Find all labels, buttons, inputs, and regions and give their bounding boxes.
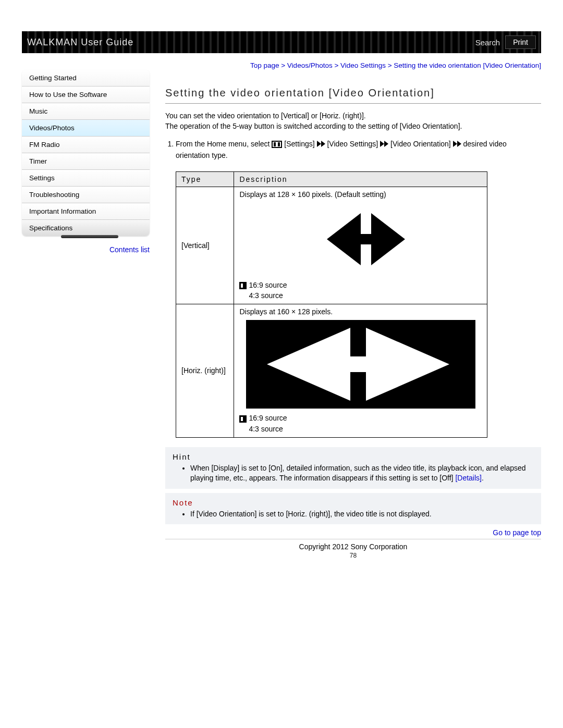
source-16-9: 16:9 source (239, 413, 482, 423)
horiz-sample-image (239, 320, 482, 409)
ratio-icon (239, 415, 247, 423)
hint-title: Hint (173, 452, 534, 461)
main-content: Top page > Videos/Photos > Video Setting… (150, 58, 541, 559)
source-label: 4:3 source (249, 291, 283, 300)
vertical-sample-image (239, 203, 482, 276)
desc-cell-horiz: Displays at 160 × 128 pixels. 16:9 sourc… (234, 304, 487, 437)
sidebar: Getting Started How to Use the Software … (22, 58, 150, 559)
rewind-icon-sample-vertical (316, 203, 405, 276)
breadcrumb-sep: > (386, 61, 394, 69)
arrow-icon (453, 139, 461, 150)
source-label: 4:3 source (249, 425, 283, 433)
ratio-icon (239, 282, 247, 289)
step-settings-label: [Settings] (284, 140, 316, 148)
col-type: Type (176, 171, 234, 187)
source-16-9: 16:9 source (239, 280, 482, 290)
breadcrumb[interactable]: Top page > Videos/Photos > Video Setting… (165, 58, 541, 75)
step-text-pre: From the Home menu, select (176, 140, 272, 148)
source-label: 16:9 source (249, 281, 287, 289)
sidebar-item-getting-started[interactable]: Getting Started (22, 70, 150, 87)
arrow-icon (380, 139, 388, 150)
breadcrumb-part[interactable]: Video Settings (340, 61, 386, 69)
breadcrumb-sep: > (333, 61, 340, 69)
type-cell-vertical: [Vertical] (176, 187, 234, 304)
svg-marker-0 (327, 213, 405, 265)
page-title: Setting the video orientation [Video Ori… (165, 87, 541, 99)
sidebar-item-troubleshooting[interactable]: Troubleshooting (22, 187, 150, 203)
sidebar-item-fm-radio[interactable]: FM Radio (22, 137, 150, 153)
hint-item: When [Display] is set to [On], detailed … (190, 463, 534, 484)
go-to-page-top-link[interactable]: Go to page top (165, 528, 541, 537)
page-number: 78 (165, 552, 541, 559)
note-title: Note (173, 498, 534, 507)
orientation-table: Type Description [Vertical] Displays at … (176, 171, 487, 438)
sidebar-list: Getting Started How to Use the Software … (22, 70, 150, 236)
hint-callout: Hint When [Display] is set to [On], deta… (165, 447, 541, 489)
note-item: If [Video Orientation] is set to [Horiz.… (190, 509, 534, 520)
intro-line-2: The operation of the 5-way button is swi… (165, 122, 462, 130)
desc-top: Displays at 160 × 128 pixels. (239, 307, 482, 316)
sidebar-scroll-indicator (61, 235, 118, 238)
step-list: From the Home menu, select [Settings] [V… (165, 139, 541, 161)
contents-list-link[interactable]: Contents list (22, 245, 150, 254)
copyright-text: Copyright 2012 Sony Corporation (165, 542, 541, 551)
source-4-3: 4:3 source (239, 424, 482, 434)
sidebar-item-videos-photos[interactable]: Videos/Photos (22, 120, 150, 137)
source-4-3: 4:3 source (239, 290, 482, 301)
desc-cell-vertical: Displays at 128 × 160 pixels. (Default s… (234, 187, 487, 304)
source-lines: 16:9 source 4:3 source (239, 280, 482, 301)
breadcrumb-sep: > (279, 61, 287, 69)
step-1: From the Home menu, select [Settings] [V… (176, 139, 541, 161)
source-label: 16:9 source (249, 414, 287, 422)
hint-text-post: . (482, 474, 484, 482)
sidebar-item-timer[interactable]: Timer (22, 153, 150, 170)
desc-top: Displays at 128 × 160 pixels. (Default s… (239, 190, 482, 199)
type-cell-horiz: [Horiz. (right)] (176, 304, 234, 437)
breadcrumb-part[interactable]: Top page (250, 61, 279, 69)
footer-divider (165, 539, 541, 539)
title-divider (165, 103, 541, 104)
print-button[interactable]: Print (505, 35, 536, 49)
intro-line-1: You can set the video orientation to [Ve… (165, 112, 366, 120)
sidebar-item-how-to-use-software[interactable]: How to Use the Software (22, 87, 150, 103)
app-header: WALKMAN User Guide Search Print (22, 31, 541, 53)
sidebar-item-settings[interactable]: Settings (22, 170, 150, 187)
intro-paragraph: You can set the video orientation to [Ve… (165, 111, 541, 131)
settings-icon (272, 141, 282, 148)
rewind-icon-sample-horiz (246, 320, 475, 409)
source-lines: 16:9 source 4:3 source (239, 413, 482, 434)
arrow-icon (317, 139, 325, 150)
search-link[interactable]: Search (475, 38, 500, 47)
breadcrumb-part[interactable]: Videos/Photos (287, 61, 333, 69)
sidebar-item-music[interactable]: Music (22, 103, 150, 120)
col-description: Description (234, 171, 487, 187)
table-row: [Horiz. (right)] Displays at 160 × 128 p… (176, 304, 487, 437)
step-video-orientation-label: [Video Orientation] (390, 140, 453, 148)
step-video-settings-label: [Video Settings] (327, 140, 380, 148)
breadcrumb-part[interactable]: Setting the video orientation [Video Ori… (394, 61, 541, 69)
header-title: WALKMAN User Guide (27, 37, 133, 48)
sidebar-item-important-information[interactable]: Important Information (22, 203, 150, 220)
details-link[interactable]: [Details] (455, 474, 482, 482)
body-area: Getting Started How to Use the Software … (22, 58, 541, 559)
note-callout: Note If [Video Orientation] is set to [H… (165, 493, 541, 525)
header-controls: Search Print (475, 35, 536, 49)
table-row: [Vertical] Displays at 128 × 160 pixels.… (176, 187, 487, 304)
page-root: WALKMAN User Guide Search Print Getting … (0, 0, 563, 575)
table-header-row: Type Description (176, 171, 487, 187)
sidebar-item-specifications[interactable]: Specifications (22, 220, 150, 236)
